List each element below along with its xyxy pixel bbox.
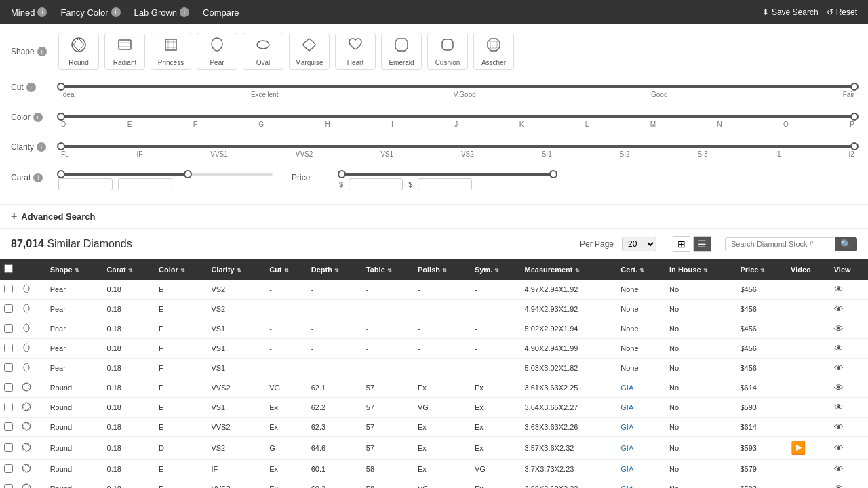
- row-checkbox-cell[interactable]: [0, 479, 17, 489]
- shape-marquise[interactable]: Marquise: [289, 33, 330, 70]
- row-view[interactable]: 👁: [830, 378, 868, 398]
- row-checkbox-cell[interactable]: [0, 339, 17, 359]
- row-video[interactable]: [787, 300, 830, 319]
- row-checkbox[interactable]: [4, 285, 13, 293]
- row-video[interactable]: [787, 280, 830, 300]
- shape-cushion[interactable]: Cushion: [427, 33, 468, 70]
- view-eye-icon[interactable]: 👁: [834, 422, 844, 432]
- row-cert[interactable]: GIA: [616, 437, 665, 460]
- view-eye-icon[interactable]: 👁: [834, 443, 844, 453]
- clarity-info-icon[interactable]: i: [37, 142, 46, 152]
- row-video[interactable]: [787, 398, 830, 418]
- row-cert[interactable]: None: [616, 339, 665, 359]
- search-stock-input[interactable]: [725, 237, 833, 251]
- row-view[interactable]: 👁: [830, 319, 868, 339]
- shape-heart[interactable]: Heart: [335, 33, 376, 70]
- per-page-select[interactable]: 20 10 50 100: [622, 237, 656, 251]
- clarity-slider-thumb-left[interactable]: [57, 142, 65, 150]
- color-slider[interactable]: D E F G H I J K L M N O P: [58, 115, 857, 128]
- col-checkbox[interactable]: [0, 259, 17, 280]
- row-checkbox[interactable]: [4, 304, 13, 313]
- row-cert[interactable]: None: [616, 319, 665, 339]
- cert-link[interactable]: GIA: [620, 465, 633, 473]
- row-cert[interactable]: GIA: [616, 460, 665, 479]
- row-view[interactable]: 👁: [830, 398, 868, 418]
- row-checkbox[interactable]: [4, 443, 13, 452]
- advanced-search-section[interactable]: + Advanced Search: [0, 204, 868, 228]
- col-measurement[interactable]: Measurement ⇅: [521, 259, 617, 280]
- row-cert[interactable]: None: [616, 300, 665, 319]
- col-cut[interactable]: Cut ⇅: [265, 259, 307, 280]
- row-video[interactable]: ▶️: [787, 437, 830, 460]
- row-video[interactable]: [787, 339, 830, 359]
- row-view[interactable]: 👁: [830, 418, 868, 437]
- row-checkbox-cell[interactable]: [0, 460, 17, 479]
- col-in-house[interactable]: In House ⇅: [665, 259, 736, 280]
- row-cert[interactable]: GIA: [616, 479, 665, 489]
- row-checkbox-cell[interactable]: [0, 437, 17, 460]
- price-slider-thumb-right[interactable]: [549, 170, 557, 178]
- carat-info-icon[interactable]: i: [33, 173, 43, 182]
- cert-link[interactable]: GIA: [620, 403, 633, 411]
- col-price[interactable]: Price ⇅: [736, 259, 787, 280]
- row-checkbox[interactable]: [4, 324, 13, 333]
- nav-lab-grown[interactable]: Lab Grown i: [134, 7, 190, 18]
- row-cert[interactable]: GIA: [616, 398, 665, 418]
- view-eye-icon[interactable]: 👁: [834, 382, 844, 393]
- row-checkbox[interactable]: [4, 344, 13, 352]
- row-checkbox[interactable]: [4, 363, 13, 372]
- view-eye-icon[interactable]: 👁: [834, 483, 844, 488]
- row-checkbox[interactable]: [4, 383, 13, 392]
- color-slider-thumb-right[interactable]: [850, 113, 859, 121]
- price-min-input[interactable]: 0: [349, 178, 403, 190]
- cut-slider-thumb-left[interactable]: [57, 83, 65, 91]
- price-slider[interactable]: [339, 173, 556, 176]
- row-checkbox[interactable]: [4, 422, 13, 431]
- clarity-slider[interactable]: FL IF VVS1 VVS2 VS1 VS2 SI1 SI2 SI3 I1 I…: [58, 145, 857, 158]
- cert-link[interactable]: GIA: [620, 423, 633, 431]
- select-all-checkbox[interactable]: [4, 264, 13, 273]
- nav-lab-grown-info-icon[interactable]: i: [180, 7, 189, 17]
- view-eye-icon[interactable]: 👁: [834, 323, 844, 334]
- nav-fancy-color[interactable]: Fancy Color i: [60, 7, 120, 18]
- row-view[interactable]: 👁: [830, 359, 868, 378]
- row-video[interactable]: [787, 460, 830, 479]
- row-checkbox[interactable]: [4, 464, 13, 473]
- row-view[interactable]: 👁: [830, 280, 868, 300]
- row-cert[interactable]: GIA: [616, 378, 665, 398]
- row-checkbox-cell[interactable]: [0, 359, 17, 378]
- col-depth[interactable]: Depth ⇅: [307, 259, 362, 280]
- carat-max-input[interactable]: 20.00: [118, 178, 172, 190]
- row-video[interactable]: [787, 418, 830, 437]
- cut-slider[interactable]: Ideal Excellent V.Good Good Fair: [58, 85, 857, 98]
- view-eye-icon[interactable]: 👁: [834, 464, 844, 474]
- cut-info-icon[interactable]: i: [26, 83, 36, 92]
- row-view[interactable]: 👁: [830, 300, 868, 319]
- search-stock-button[interactable]: 🔍: [835, 237, 857, 251]
- row-view[interactable]: 👁: [830, 460, 868, 479]
- row-checkbox-cell[interactable]: [0, 418, 17, 437]
- shape-princess[interactable]: Princess: [151, 33, 191, 70]
- nav-mined-info-icon[interactable]: i: [37, 7, 47, 17]
- grid-view-button[interactable]: ⊞: [673, 236, 690, 252]
- cut-slider-thumb-right[interactable]: [850, 83, 859, 91]
- nav-fancy-color-info-icon[interactable]: i: [111, 7, 121, 17]
- video-icon[interactable]: ▶️: [791, 441, 806, 455]
- carat-slider[interactable]: [58, 173, 275, 176]
- col-clarity[interactable]: Clarity ⇅: [207, 259, 265, 280]
- shape-emerald[interactable]: Emerald: [381, 33, 422, 70]
- price-slider-thumb-left[interactable]: [338, 170, 346, 178]
- view-eye-icon[interactable]: 👁: [834, 304, 844, 314]
- row-cert[interactable]: None: [616, 359, 665, 378]
- cert-link[interactable]: GIA: [620, 444, 633, 452]
- row-view[interactable]: 👁: [830, 479, 868, 489]
- col-carat[interactable]: Carat ⇅: [103, 259, 155, 280]
- save-search-button[interactable]: ⬇ Save Search: [762, 7, 818, 17]
- col-sym[interactable]: Sym. ⇅: [471, 259, 521, 280]
- row-cert[interactable]: GIA: [616, 418, 665, 437]
- cert-link[interactable]: GIA: [620, 485, 633, 488]
- shape-asscher[interactable]: Asscher: [473, 33, 514, 70]
- view-eye-icon[interactable]: 👁: [834, 284, 844, 295]
- nav-compare[interactable]: Compare: [203, 7, 239, 18]
- color-slider-thumb-left[interactable]: [57, 113, 65, 121]
